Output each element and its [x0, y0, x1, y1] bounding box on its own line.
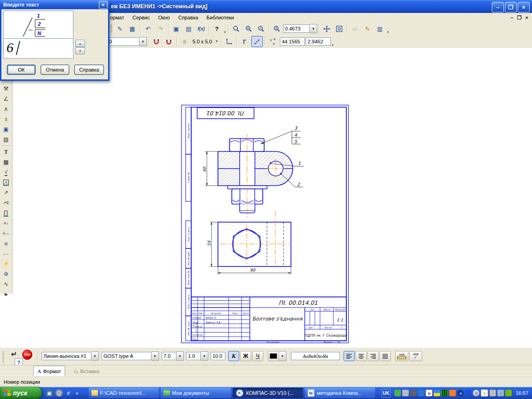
zoom-in-button[interactable] [243, 23, 254, 34]
new-view-button[interactable]: ▣ [170, 23, 182, 34]
quicktime-icon[interactable]: Q [55, 389, 63, 397]
language-indicator[interactable]: UK [381, 389, 391, 398]
tray-usb-shield-icon[interactable] [465, 390, 472, 396]
spec-panel-button[interactable]: ▤ [1, 135, 11, 144]
tray-offline-network-icon[interactable]: ✕ [410, 390, 417, 396]
round-snap-button[interactable] [251, 36, 263, 47]
tray-onenote-icon[interactable]: n [426, 390, 432, 396]
properties-button[interactable]: ▦ [127, 23, 138, 34]
tray-agent-icon[interactable] [394, 390, 401, 396]
toolbar-overflow-chevron-3[interactable]: ▾ [332, 43, 333, 48]
context-help-button[interactable]: ? [211, 23, 223, 34]
snap-settings-button[interactable] [151, 36, 162, 47]
text-tool-button[interactable]: T [1, 147, 11, 157]
fit-page-button[interactable] [333, 23, 345, 34]
italic-button[interactable]: К [228, 351, 239, 361]
tray-volume-icon[interactable]: ♪ [497, 390, 504, 396]
copy-properties-button[interactable]: ✎ [114, 23, 126, 34]
leader-tool-button[interactable]: ↗ [1, 188, 11, 197]
ok-button[interactable]: ОК [7, 65, 36, 75]
undo-button[interactable]: ↶ [142, 23, 154, 34]
pan-button[interactable] [321, 23, 332, 34]
font-height-combo[interactable]: 7.0 ▼ [162, 351, 184, 361]
menu-service[interactable]: Сервис [128, 14, 154, 21]
wave-line-tool-button[interactable]: ∿ [1, 279, 11, 289]
internet-explorer-icon[interactable]: e [65, 389, 73, 397]
views-panel-button[interactable]: ▣ [1, 125, 11, 134]
show-desktop-icon[interactable]: ▣ [46, 389, 53, 397]
selection-panel-button[interactable]: ± [1, 115, 11, 124]
table-tool-button[interactable]: ▦ [1, 157, 11, 167]
start-button[interactable]: пуск [0, 387, 42, 399]
toolbar-overflow-chevron-2[interactable]: ▾ [387, 30, 389, 35]
zoom-scale-button[interactable] [271, 23, 283, 34]
close-button[interactable]: × [518, 2, 530, 12]
stamp-leader-tool-button[interactable]: ↗Е [1, 198, 11, 207]
form-panel-button[interactable]: ▥ [374, 23, 386, 34]
parametrize-panel-button[interactable]: ∠ [1, 94, 11, 103]
tray-device-icon[interactable] [402, 390, 409, 396]
center-marker-tool-button[interactable]: ⊕ [1, 269, 11, 278]
variables-button[interactable]: f(x) [195, 23, 207, 34]
chevron-down-icon[interactable]: ▼ [151, 351, 159, 361]
local-snap-button[interactable] [163, 36, 175, 47]
menu-help[interactable]: Справка [174, 14, 202, 21]
text-input[interactable]: 6 [3, 38, 73, 59]
coordinate-x-field[interactable]: 44.1565 [280, 37, 305, 46]
object-style-combo[interactable]: Линия-выноска #1 ▼ [42, 351, 99, 361]
font-height-value[interactable]: 7.0 [162, 352, 176, 360]
layer-value[interactable]: 0 [107, 37, 139, 46]
tab-insert[interactable]: √₀ Вставка [69, 366, 103, 376]
task-cad-folder[interactable]: F:\CAD-технології... [89, 388, 159, 398]
spin-up-button[interactable]: ▲ [75, 40, 85, 47]
spellcheck-button[interactable]: АБВ ✓ [409, 351, 422, 361]
minimize-button[interactable]: – [492, 2, 504, 12]
tray-ukraine-flag-icon[interactable] [434, 390, 440, 396]
restore-button[interactable]: ❐ [505, 2, 517, 12]
sketch-edit-button[interactable]: ✎ [362, 23, 373, 34]
font-combo[interactable]: GOST type A ▼ [102, 351, 159, 361]
centerline-tool-button[interactable]: –·– [1, 249, 11, 258]
taskbar-clock[interactable]: 16:57 [515, 390, 528, 396]
align-right-button[interactable] [368, 351, 379, 361]
library-manager-button[interactable]: ▤ [183, 23, 194, 34]
redo-button[interactable]: ↷ [155, 23, 166, 34]
chevron-down-icon[interactable]: ▼ [279, 351, 286, 361]
view-arrow-tool-button[interactable]: А↓ [1, 218, 11, 228]
coordinates-button[interactable]: Yx [267, 36, 278, 47]
panel-expand-handle[interactable]: І▶ [1, 290, 11, 299]
mdi-close[interactable]: × [526, 15, 528, 21]
section-line-tool-button[interactable]: ∏ [1, 208, 11, 218]
layer-combo[interactable]: 0 ▼ [107, 37, 147, 46]
cancel-button[interactable]: Отмена [41, 65, 69, 75]
align-center-button[interactable] [356, 351, 367, 361]
help-button[interactable]: Справка [74, 65, 104, 75]
char-spacing-button[interactable]: АБВ [395, 351, 408, 361]
bold-button[interactable]: Ж [240, 351, 251, 361]
lug-tool-button[interactable]: ⌀ [1, 239, 11, 248]
mdi-minimize[interactable]: – [511, 15, 514, 21]
chevron-down-icon[interactable]: ▼ [201, 351, 208, 361]
tray-quicktime-icon[interactable]: Q [473, 390, 479, 396]
underline-button[interactable]: Ч [252, 351, 263, 361]
chevron-down-icon[interactable]: ▼ [310, 24, 317, 33]
mdi-restore[interactable]: ❐ [517, 15, 522, 21]
coordinate-y-field[interactable]: 2.9462 [306, 37, 331, 46]
task-kompas[interactable]: K КОМПАС-3D V10 (... [233, 388, 303, 398]
dialog-close-button[interactable]: × [99, 1, 108, 9]
tray-num-icon[interactable]: 1 [481, 389, 488, 397]
task-word-doc[interactable]: W методичка Компа... [305, 388, 375, 398]
chevron-down-icon[interactable]: ▼ [215, 39, 218, 44]
tray-sync-icon[interactable] [449, 390, 456, 396]
align-justify-button[interactable] [380, 351, 391, 361]
create-object-button[interactable]: ↵ [11, 350, 17, 358]
grid-step-combo[interactable]: 5.0 x 5.0 ▼ [191, 39, 219, 44]
step-field[interactable]: 10.0 [211, 352, 225, 360]
interrupt-button[interactable]: STOP [22, 350, 32, 360]
tray-keyboard-icon[interactable] [490, 390, 496, 396]
toolbar-overflow-chevron[interactable]: ▾ [224, 30, 226, 35]
task-my-documents[interactable]: Мои документы [161, 388, 231, 398]
align-left-button[interactable] [344, 351, 355, 361]
tray-acronis-icon[interactable]: a [457, 390, 464, 396]
measure-panel-button[interactable]: ∧ [1, 104, 11, 114]
